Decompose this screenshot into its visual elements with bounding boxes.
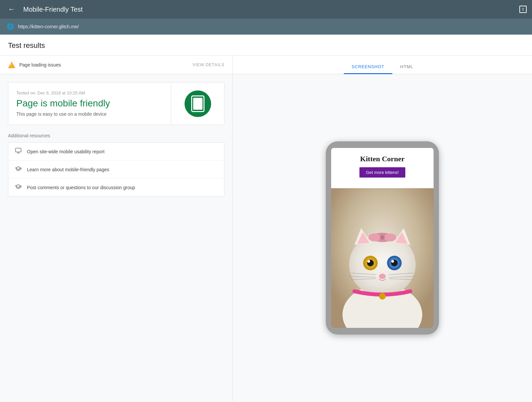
topbar: ← Mobile-Friendly Test <box>0 0 532 19</box>
result-card-left: Tested on: Dec 6, 2018 at 10:25 AM Page … <box>8 82 171 125</box>
test-results-header: Test results <box>0 35 532 56</box>
two-col-layout: Page loading issues VIEW DETAILS Tested … <box>0 56 532 401</box>
mobile-friendly-title: Page is mobile friendly <box>16 98 163 109</box>
tab-html[interactable]: HTML <box>392 64 421 74</box>
svg-point-21 <box>391 260 394 263</box>
globe-icon: 🌐 <box>7 23 14 30</box>
phone-mockup: Kitten Corner Get more kittens! <box>326 141 439 335</box>
site-title: Kitten Corner <box>336 155 428 163</box>
urlbar: 🌐 https://kitten-corner.glitch.me/ <box>0 19 532 35</box>
test-results-title: Test results <box>8 41 524 50</box>
phone-screen: Kitten Corner Get more kittens! <box>331 148 434 328</box>
svg-point-22 <box>379 274 386 279</box>
svg-rect-0 <box>16 148 21 152</box>
warning-text: Page loading issues <box>19 62 189 67</box>
additional-resources: Additional resources Open site-wide mobi… <box>0 133 232 204</box>
svg-point-11 <box>368 233 380 241</box>
usability-icon <box>15 147 22 156</box>
svg-point-13 <box>380 235 385 240</box>
main-content: Test results Page loading issues VIEW DE… <box>0 35 532 401</box>
svg-point-12 <box>384 233 396 241</box>
warning-icon <box>8 62 15 68</box>
feedback-button[interactable] <box>519 6 527 13</box>
phone-screen-content: Kitten Corner Get more kittens! <box>331 148 434 188</box>
mobile-friendly-description: This page is easy to use on a mobile dev… <box>16 111 163 117</box>
mobile-friendly-icon <box>185 90 211 117</box>
cat-image <box>331 188 434 328</box>
right-panel: SCREENSHOT HTML Kitten Corner Get more k… <box>233 56 532 401</box>
cat-illustration <box>331 188 434 328</box>
tested-on-text: Tested on: Dec 6, 2018 at 10:25 AM <box>16 90 163 95</box>
svg-point-29 <box>379 293 386 300</box>
result-card: Tested on: Dec 6, 2018 at 10:25 AM Page … <box>8 82 224 125</box>
tabs-bar: SCREENSHOT HTML <box>233 56 532 74</box>
back-button[interactable]: ← <box>5 4 18 14</box>
view-details-button[interactable]: VIEW DETAILS <box>193 62 224 67</box>
get-kittens-button[interactable]: Get more kittens! <box>359 167 406 178</box>
learn-label: Learn more about mobile-friendly pages <box>27 167 109 172</box>
discussion-label: Post comments or questions to our discus… <box>27 185 135 190</box>
topbar-title: Mobile-Friendly Test <box>23 6 83 13</box>
resource-item-learn[interactable]: Learn more about mobile-friendly pages <box>8 161 224 179</box>
url-text: https://kitten-corner.glitch.me/ <box>18 24 79 29</box>
topbar-left: ← Mobile-Friendly Test <box>5 4 83 14</box>
tab-screenshot[interactable]: SCREENSHOT <box>344 64 392 74</box>
left-panel: Page loading issues VIEW DETAILS Tested … <box>0 56 233 401</box>
result-card-right <box>171 82 224 125</box>
phone-area: Kitten Corner Get more kittens! <box>233 74 532 401</box>
discussion-icon <box>15 183 22 192</box>
learn-icon <box>15 165 22 174</box>
resources-card: Open site-wide mobile usability report L… <box>8 142 224 197</box>
warning-bar: Page loading issues VIEW DETAILS <box>0 56 232 74</box>
additional-resources-title: Additional resources <box>8 133 224 138</box>
svg-point-17 <box>367 260 370 263</box>
resource-item-usability[interactable]: Open site-wide mobile usability report <box>8 143 224 161</box>
usability-label: Open site-wide mobile usability report <box>27 149 104 154</box>
resource-item-discussion[interactable]: Post comments or questions to our discus… <box>8 179 224 196</box>
